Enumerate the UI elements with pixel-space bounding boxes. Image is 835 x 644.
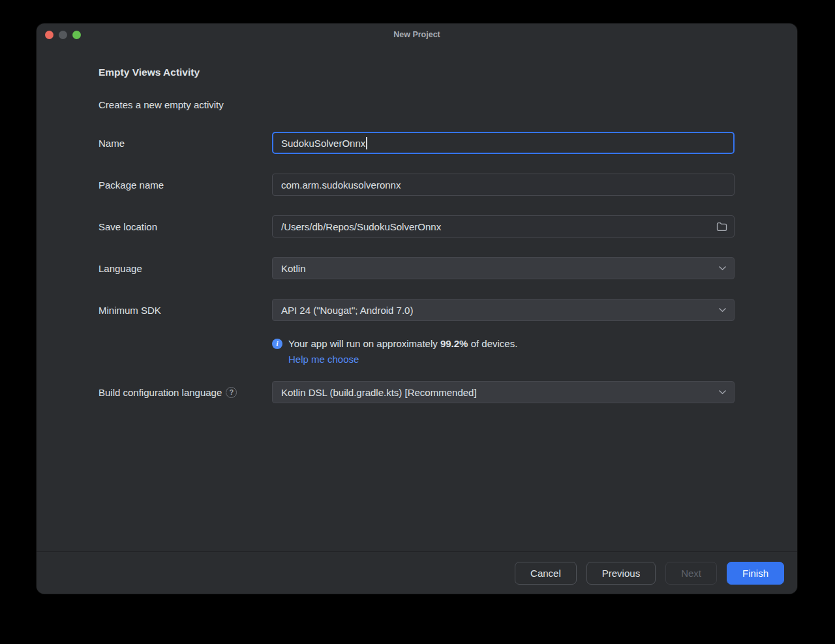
cancel-button[interactable]: Cancel [515, 562, 577, 585]
chevron-down-icon [718, 390, 727, 395]
page-title: Empty Views Activity [99, 67, 200, 78]
minimum-sdk-label: Minimum SDK [99, 305, 272, 316]
package-row: Package name com.arm.sudokusolveronnx [99, 174, 735, 196]
finish-button[interactable]: Finish [727, 562, 784, 585]
build-config-row: Build configuration language ? Kotlin DS… [99, 381, 735, 403]
text-caret [366, 137, 367, 149]
language-label: Language [99, 263, 272, 274]
sdk-info-text: Your app will run on approximately 99.2%… [288, 337, 517, 350]
chevron-down-icon [718, 307, 727, 313]
dialog-footer: Cancel Previous Next Finish [37, 551, 797, 594]
build-config-value: Kotlin DSL (build.gradle.kts) [Recommend… [281, 387, 477, 398]
language-row: Language Kotlin [99, 257, 735, 279]
sdk-info-block: i Your app will run on approximately 99.… [272, 337, 517, 366]
minimum-sdk-dropdown[interactable]: API 24 ("Nougat"; Android 7.0) [272, 299, 735, 321]
minimum-sdk-row: Minimum SDK API 24 ("Nougat"; Android 7.… [99, 299, 735, 321]
previous-button[interactable]: Previous [586, 562, 656, 585]
name-input[interactable]: SudokuSolverOnnx [272, 132, 735, 154]
build-config-dropdown[interactable]: Kotlin DSL (build.gradle.kts) [Recommend… [272, 381, 735, 403]
help-question-icon[interactable]: ? [226, 387, 237, 398]
titlebar[interactable]: New Project [37, 23, 797, 47]
language-dropdown[interactable]: Kotlin [272, 257, 735, 279]
page-subtitle: Creates a new empty activity [99, 99, 224, 111]
language-value: Kotlin [281, 263, 306, 274]
save-location-input[interactable]: /Users/db/Repos/SudokuSolverOnnx [272, 215, 735, 238]
name-row: Name SudokuSolverOnnx [99, 132, 735, 154]
save-location-value: /Users/db/Repos/SudokuSolverOnnx [281, 221, 441, 232]
new-project-dialog: New Project Empty Views Activity Creates… [37, 23, 797, 594]
next-button: Next [665, 562, 717, 585]
package-label: Package name [99, 179, 272, 191]
save-location-row: Save location /Users/db/Repos/SudokuSolv… [99, 215, 735, 238]
name-value: SudokuSolverOnnx [281, 138, 365, 149]
minimum-sdk-value: API 24 ("Nougat"; Android 7.0) [281, 305, 413, 316]
folder-icon [716, 222, 727, 232]
help-me-choose-link[interactable]: Help me choose [288, 354, 359, 365]
build-config-label: Build configuration language [99, 387, 222, 398]
package-value: com.arm.sudokusolveronnx [281, 179, 401, 191]
browse-folder-button[interactable] [714, 219, 729, 234]
window-title: New Project [37, 30, 797, 39]
info-icon: i [272, 339, 282, 349]
package-input[interactable]: com.arm.sudokusolveronnx [272, 174, 735, 196]
save-location-label: Save location [99, 221, 272, 232]
chevron-down-icon [718, 266, 727, 271]
sdk-percent: 99.2% [440, 338, 468, 349]
name-label: Name [99, 138, 272, 149]
